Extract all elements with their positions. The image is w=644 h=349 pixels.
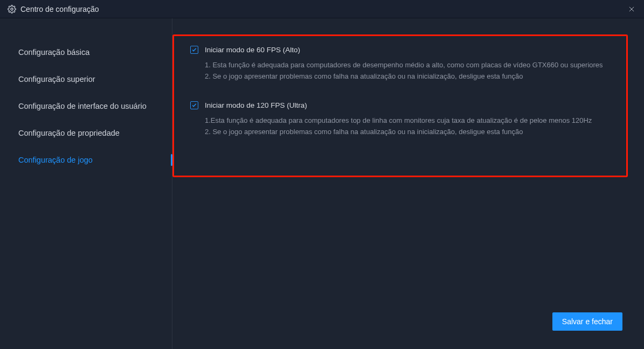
save-and-close-button[interactable]: Salvar e fechar xyxy=(552,312,622,331)
sidebar-list: Configuração básica Configuração superio… xyxy=(0,39,172,173)
checkbox-fps60[interactable] xyxy=(190,46,198,54)
gear-icon xyxy=(8,5,16,13)
sidebar-item-label: Configuração superior xyxy=(18,75,95,83)
setting-title: Iniciar modo de 120 FPS (Ultra) xyxy=(205,101,307,109)
setting-fps120: Iniciar modo de 120 FPS (Ultra) 1.Esta f… xyxy=(190,101,610,137)
close-button[interactable] xyxy=(626,3,638,15)
check-icon xyxy=(191,102,197,108)
setting-row: Iniciar modo de 60 FPS (Alto) xyxy=(190,46,610,54)
settings-window: Centro de configuração Configuração bási… xyxy=(0,0,644,349)
highlight-box: Iniciar modo de 60 FPS (Alto) 1. Esta fu… xyxy=(172,34,628,177)
sidebar-item-property[interactable]: Configuração de propriedade xyxy=(0,120,172,146)
desc-line: 1.Esta função é adequada para computador… xyxy=(205,115,610,126)
checkbox-fps120[interactable] xyxy=(190,101,198,109)
sidebar-item-game[interactable]: Configuração de jogo xyxy=(0,146,172,173)
body: Configuração básica Configuração superio… xyxy=(0,18,644,349)
sidebar-item-ui[interactable]: Configuração de interface do usuário xyxy=(0,93,172,120)
sidebar-item-label: Configuração de propriedade xyxy=(18,129,120,137)
check-icon xyxy=(191,47,197,53)
desc-line: 2. Se o jogo apresentar problemas como f… xyxy=(205,71,610,82)
sidebar-item-label: Configuração de interface do usuário xyxy=(18,102,147,110)
setting-row: Iniciar modo de 120 FPS (Ultra) xyxy=(190,101,610,109)
titlebar: Centro de configuração xyxy=(0,0,644,18)
setting-fps60: Iniciar modo de 60 FPS (Alto) 1. Esta fu… xyxy=(190,46,610,82)
setting-desc: 1. Esta função é adequada para computado… xyxy=(205,59,610,82)
sidebar-item-label: Configuração de jogo xyxy=(18,156,93,164)
content-pane: Iniciar modo de 60 FPS (Alto) 1. Esta fu… xyxy=(172,18,644,349)
sidebar: Configuração básica Configuração superio… xyxy=(0,18,172,349)
svg-point-0 xyxy=(11,8,13,10)
desc-line: 2. Se o jogo apresentar problemas como f… xyxy=(205,126,610,137)
sidebar-item-advanced[interactable]: Configuração superior xyxy=(0,66,172,93)
sidebar-item-label: Configuração básica xyxy=(18,48,89,57)
close-icon xyxy=(628,5,635,13)
setting-desc: 1.Esta função é adequada para computador… xyxy=(205,115,610,137)
sidebar-item-basic[interactable]: Configuração básica xyxy=(0,39,172,66)
setting-title: Iniciar modo de 60 FPS (Alto) xyxy=(205,46,300,54)
window-title: Centro de configuração xyxy=(20,5,626,13)
desc-line: 1. Esta função é adequada para computado… xyxy=(205,59,610,71)
